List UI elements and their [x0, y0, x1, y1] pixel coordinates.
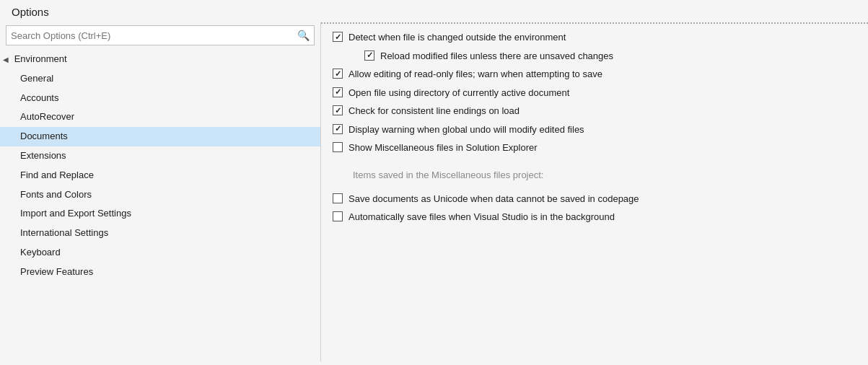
sidebar-item-label: Extensions [20, 150, 66, 161]
option-label: Automatically save files when Visual Stu… [348, 210, 615, 224]
option-label: Allow editing of read-only files; warn w… [348, 67, 602, 82]
option-label: Display warning when global undo will mo… [348, 123, 584, 137]
sidebar-item-label: Import and Export Settings [20, 208, 131, 219]
checkbox-detect-file-change[interactable] [333, 32, 343, 42]
option-label: Open file using directory of currently a… [348, 86, 569, 100]
option-row: Check for consistent line endings on loa… [333, 102, 856, 120]
sidebar-item-accounts[interactable]: Accounts [0, 89, 320, 108]
search-bar[interactable]: 🔍 [6, 25, 315, 45]
option-row: Save documents as Unicode when data cann… [333, 190, 856, 208]
option-label: Detect when file is changed outside the … [348, 30, 566, 45]
sidebar-item-preview[interactable]: Preview Features [0, 263, 320, 282]
sidebar-item-fonts-colors[interactable]: Fonts and Colors [0, 185, 320, 205]
tree-area: ◀ Environment General Accounts AutoRecov… [0, 50, 320, 361]
sidebar-item-label: Find and Replace [20, 170, 94, 180]
sidebar-item-international[interactable]: International Settings [0, 224, 320, 243]
collapse-arrow-icon: ◀ [3, 54, 9, 66]
right-panel: Detect when file is changed outside the … [321, 22, 868, 361]
sidebar-item-label: AutoRecover [20, 111, 74, 122]
checkbox-unicode[interactable] [333, 193, 343, 203]
option-row: Detect when file is changed outside the … [333, 28, 856, 47]
option-row: Show Miscellaneous files in Solution Exp… [333, 138, 856, 157]
checkbox-autosave-background[interactable] [333, 211, 343, 221]
sidebar-item-autorecover[interactable]: AutoRecover [0, 107, 320, 127]
sidebar-item-extensions[interactable]: Extensions [0, 146, 320, 166]
option-row: Allow editing of read-only files; warn w… [333, 65, 856, 84]
option-label: Save documents as Unicode when data cann… [348, 192, 639, 206]
left-panel: 🔍 ◀ Environment General Accounts AutoRec… [0, 22, 321, 361]
option-row: Display warning when global undo will mo… [333, 120, 856, 139]
section-label-row: Items saved in the Miscellaneous files p… [333, 163, 856, 184]
divider [333, 184, 856, 190]
sidebar-item-documents[interactable]: Documents [0, 127, 320, 146]
divider [333, 157, 856, 163]
option-row: Automatically save files when Visual Stu… [333, 208, 856, 227]
checkbox-allow-editing[interactable] [333, 69, 343, 79]
checkbox-reload-modified[interactable] [364, 50, 374, 61]
search-icon: 🔍 [297, 30, 310, 41]
sidebar-item-keyboard[interactable]: Keyboard [0, 243, 320, 263]
option-label: Show Miscellaneous files in Solution Exp… [348, 141, 538, 155]
checkbox-line-endings[interactable] [333, 105, 343, 115]
sidebar-item-label: Preview Features [20, 266, 93, 277]
option-label: Reload modified files unless there are u… [380, 49, 613, 63]
sidebar-item-label: General [20, 73, 53, 84]
sidebar-item-import-export[interactable]: Import and Export Settings [0, 204, 320, 224]
checkbox-open-file-dir[interactable] [333, 87, 343, 97]
sidebar-item-label: Accounts [20, 92, 58, 103]
sidebar-item-label: Keyboard [20, 247, 61, 258]
sidebar-item-label: Fonts and Colors [20, 189, 92, 200]
option-row: Open file using directory of currently a… [333, 84, 856, 102]
page-title: Options [0, 0, 868, 22]
option-row: Reload modified files unless there are u… [333, 47, 856, 66]
checkbox-misc-files[interactable] [333, 142, 343, 152]
section-label: Items saved in the Miscellaneous files p… [353, 165, 543, 182]
sidebar-item-find-replace[interactable]: Find and Replace [0, 166, 320, 185]
sidebar-item-label: Environment [14, 53, 67, 64]
sidebar-item-label: Documents [20, 131, 68, 141]
sidebar-item-environment[interactable]: ◀ Environment [0, 50, 320, 69]
sidebar-item-general[interactable]: General [0, 69, 320, 89]
options-list: Detect when file is changed outside the … [321, 24, 868, 231]
sidebar-item-label: International Settings [20, 227, 108, 238]
option-label: Check for consistent line endings on loa… [348, 104, 520, 118]
checkbox-global-undo[interactable] [333, 124, 343, 134]
search-input[interactable] [11, 30, 297, 41]
